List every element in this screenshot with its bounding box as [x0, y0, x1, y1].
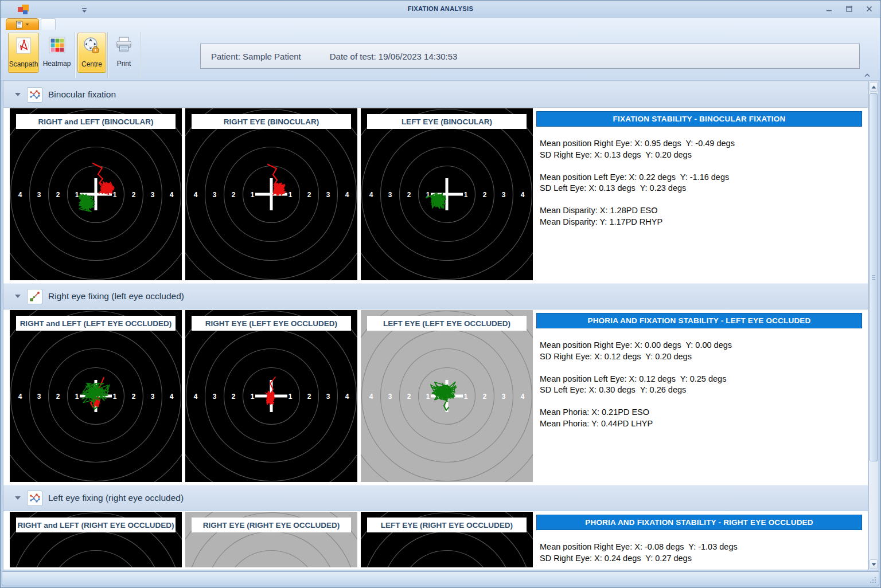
centre-button[interactable]: Centre: [77, 33, 106, 73]
status-bar: [2, 571, 879, 586]
quick-access-dropdown-icon[interactable]: [80, 6, 88, 13]
svg-text:1: 1: [464, 191, 468, 199]
titlebar[interactable]: FIXATION ANALYSIS: [1, 1, 880, 18]
close-button[interactable]: [865, 5, 874, 13]
scanpath-label: Scanpath: [9, 60, 38, 68]
plot-title: RIGHT EYE (BINOCULAR): [224, 117, 319, 126]
vertical-scrollbar[interactable]: [868, 81, 879, 570]
maximize-button[interactable]: [845, 5, 853, 13]
section-title: Left eye fixing (right eye occluded): [48, 493, 184, 503]
centre-label: Centre: [81, 60, 102, 68]
document-icon: [15, 21, 23, 29]
svg-text:2: 2: [232, 191, 236, 199]
section-header-3[interactable]: Left eye fixing (right eye occluded): [3, 485, 868, 511]
app-window: FIXATION ANALYSIS: [0, 0, 881, 588]
stats-line: [540, 160, 862, 172]
stats-line: SD Right Eye: X: 0.12 degs Y: 0.20 degs: [540, 351, 862, 363]
svg-text:1: 1: [75, 191, 79, 199]
content-area: Binocular fixation11223344RIGHT and LEFT…: [3, 81, 868, 570]
fixation-plot: 11223344RIGHT EYE (LEFT EYE OCCLUDED): [185, 310, 357, 482]
section-title: Binocular fixation: [48, 89, 116, 100]
svg-text:3: 3: [151, 191, 155, 199]
heatmap-label: Heatmap: [43, 60, 71, 68]
collapse-arrow-icon[interactable]: [15, 295, 21, 298]
scatter-chart-icon: [27, 491, 42, 506]
plot-row: 11223344RIGHT and LEFT (RIGHT EYE OCCLUD…: [3, 511, 868, 567]
scroll-down-button[interactable]: [870, 559, 878, 569]
print-button[interactable]: Print: [110, 33, 138, 73]
window-title: FIXATION ANALYSIS: [115, 5, 766, 12]
scatter-chart-icon: [27, 87, 42, 103]
patient-name-text: Patient: Sample Patient: [211, 52, 301, 61]
svg-text:2: 2: [407, 393, 411, 401]
svg-text:4: 4: [369, 393, 373, 401]
stats-line: Mean position Right Eye: X: 0.95 degs Y:…: [540, 138, 862, 150]
plot-title: LEFT EYE (RIGHT EYE OCCLUDED): [381, 521, 513, 530]
plot-row: 11223344RIGHT and LEFT (BINOCULAR)112233…: [3, 108, 868, 283]
svg-text:3: 3: [502, 393, 506, 401]
ribbon-collapse-button[interactable]: [863, 71, 872, 79]
stats-panel-header: PHORIA AND FIXATION STABILITY - LEFT EYE…: [536, 313, 862, 328]
section-header-1[interactable]: Binocular fixation: [3, 81, 868, 108]
scrollbar-grip-icon: [872, 275, 875, 280]
svg-text:4: 4: [18, 393, 22, 401]
svg-text:1: 1: [251, 393, 255, 401]
stats-line: Mean Disparity: X: 1.28PD ESO: [540, 205, 862, 217]
plot-title: RIGHT EYE (RIGHT EYE OCCLUDED): [203, 521, 340, 530]
centre-icon: [82, 36, 102, 58]
plot-title: LEFT EYE (BINOCULAR): [401, 117, 492, 126]
section-header-2[interactable]: Right eye fixing (left eye occluded): [3, 283, 868, 309]
stats-panel-header: FIXATION STABILITY - BINOCULAR FIXATION: [536, 111, 862, 127]
stats-panel: FIXATION STABILITY - BINOCULAR FIXATIONM…: [536, 108, 862, 280]
svg-text:3: 3: [502, 191, 506, 199]
stats-line: Mean position Right Eye: X: -0.08 degs Y…: [540, 542, 862, 553]
svg-text:4: 4: [345, 191, 349, 199]
toolbar-separator: [140, 32, 141, 78]
svg-text:1: 1: [426, 393, 430, 401]
print-icon: [114, 36, 134, 57]
svg-text:2: 2: [307, 393, 311, 401]
ribbon: Scanpath Heatmap: [1, 18, 880, 81]
svg-text:3: 3: [213, 393, 217, 401]
ribbon-tab[interactable]: [41, 18, 56, 30]
scanpath-button[interactable]: Scanpath: [8, 33, 39, 73]
stats-lines: Mean position Right Eye: X: 0.00 degs Y:…: [536, 340, 862, 429]
plot-title: RIGHT and LEFT (RIGHT EYE OCCLUDED): [18, 521, 174, 530]
svg-text:1: 1: [251, 191, 255, 199]
stats-line: SD Left Eye: X: 0.30 degs Y: 0.26 degs: [540, 385, 862, 396]
collapse-arrow-icon[interactable]: [15, 496, 21, 500]
svg-text:4: 4: [369, 191, 373, 199]
svg-text:3: 3: [388, 393, 392, 401]
svg-text:1: 1: [289, 393, 293, 401]
svg-text:3: 3: [37, 191, 41, 199]
stats-panel: PHORIA AND FIXATION STABILITY - LEFT EYE…: [536, 310, 862, 482]
trend-line-icon: [27, 289, 42, 304]
application-menu-button[interactable]: [6, 18, 39, 30]
ribbon-body: Scanpath Heatmap: [1, 30, 880, 80]
section-title: Right eye fixing (left eye occluded): [48, 291, 184, 301]
svg-text:2: 2: [56, 393, 60, 401]
svg-text:4: 4: [521, 191, 525, 199]
stats-panel-header: PHORIA AND FIXATION STABILITY - RIGHT EY…: [536, 515, 862, 530]
minimize-button[interactable]: [825, 5, 833, 13]
chevron-down-icon: [25, 23, 29, 26]
svg-text:2: 2: [307, 191, 311, 199]
plot-title: RIGHT EYE (LEFT EYE OCCLUDED): [205, 319, 337, 328]
stats-line: Mean Phoria: Y: 0.44PD LHYP: [540, 418, 862, 430]
collapse-arrow-icon[interactable]: [15, 93, 21, 96]
svg-text:3: 3: [151, 393, 155, 401]
stats-line: Mean position Left Eye: X: 0.22 degs Y: …: [540, 172, 862, 183]
fixation-plot: 11223344RIGHT and LEFT (LEFT EYE OCCLUDE…: [10, 310, 182, 482]
svg-text:2: 2: [132, 191, 136, 199]
fixation-plot: 11223344RIGHT EYE (BINOCULAR): [185, 108, 357, 280]
stats-line: Mean Phoria: X: 0.21PD ESO: [540, 407, 862, 418]
svg-text:4: 4: [521, 393, 525, 401]
svg-text:4: 4: [170, 393, 174, 401]
resize-grip-icon[interactable]: [869, 576, 877, 584]
stats-line: [540, 396, 862, 407]
svg-text:1: 1: [464, 393, 468, 401]
scrollbar-thumb[interactable]: [870, 93, 878, 461]
toolbar-separator: [75, 32, 76, 78]
heatmap-button[interactable]: Heatmap: [41, 33, 72, 73]
scroll-up-button[interactable]: [870, 82, 878, 92]
